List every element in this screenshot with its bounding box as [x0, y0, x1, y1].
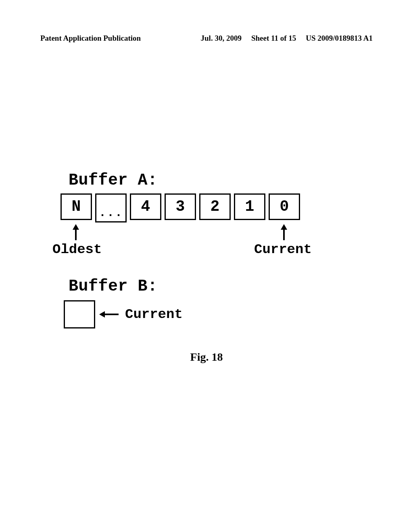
- buffer-a-row: N ... 4 3 2 1 0: [60, 193, 351, 222]
- header-right-group: Jul. 30, 2009 Sheet 11 of 15 US 2009/018…: [201, 34, 373, 43]
- buffer-b-block: Buffer B: Current: [60, 277, 351, 328]
- pointer-label-oldest: Oldest: [52, 242, 102, 257]
- buffer-a-cell: 1: [234, 193, 265, 220]
- buffer-a-cell: 3: [165, 193, 196, 220]
- buffer-a-cell: ...: [95, 193, 127, 222]
- header-sheet: Sheet 11 of 15: [251, 34, 296, 43]
- header-pubno: US 2009/0189813 A1: [306, 34, 373, 43]
- figure-area: Buffer A: N ... 4 3 2 1 0 Oldest Current…: [60, 171, 351, 328]
- buffer-b-label: Buffer B:: [69, 277, 351, 295]
- arrow-left-icon: [99, 311, 119, 318]
- buffer-a-label: Buffer A:: [69, 171, 351, 189]
- buffer-a-cell: 2: [199, 193, 231, 220]
- buffer-a-cell: N: [60, 193, 92, 220]
- page-root: Patent Application Publication Jul. 30, …: [0, 0, 413, 532]
- buffer-b-row: Current: [60, 300, 351, 328]
- header-publication: Patent Application Publication: [40, 34, 141, 43]
- header-date: Jul. 30, 2009: [201, 34, 242, 43]
- pointer-label-current: Current: [254, 242, 312, 257]
- buffer-a-pointers: Oldest Current: [60, 224, 351, 260]
- buffer-a-cell: 0: [269, 193, 300, 220]
- buffer-b-cell: [64, 300, 95, 328]
- page-header: Patent Application Publication Jul. 30, …: [40, 34, 373, 43]
- buffer-a-cell: 4: [130, 193, 161, 220]
- figure-caption: Fig. 18: [0, 351, 413, 364]
- pointer-label-current-b: Current: [125, 307, 183, 322]
